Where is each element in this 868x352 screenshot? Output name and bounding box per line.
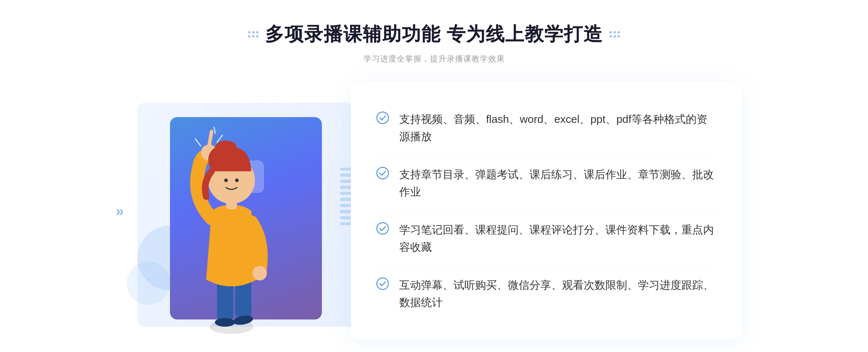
svg-line-14 xyxy=(195,139,201,146)
figure-illustration xyxy=(156,124,307,334)
check-icon-3 xyxy=(376,222,389,235)
svg-point-9 xyxy=(224,179,228,182)
svg-point-17 xyxy=(377,167,388,179)
svg-rect-11 xyxy=(226,200,237,209)
feature-text-3: 学习笔记回看、课程提问、课程评论打分、课件资料下载，重点内容收藏 xyxy=(399,221,716,256)
svg-point-8 xyxy=(215,141,237,155)
dot-grid-left xyxy=(248,31,259,38)
illustration-wrapper: » xyxy=(127,88,373,334)
chevron-left-icon: » xyxy=(116,203,124,219)
feature-text-2: 支持章节目录、弹题考试、课后练习、课后作业、章节测验、批改作业 xyxy=(399,166,716,201)
svg-point-16 xyxy=(377,112,388,124)
title-decoration-left xyxy=(248,31,259,38)
page-title: 多项录播课辅助功能 专为线上教学打造 xyxy=(265,22,603,47)
page-subtitle: 学习进度全掌握，提升录播课教学效果 xyxy=(363,53,505,64)
features-card: 支持视频、音频、flash、word、excel、ppt、pdf等各种格式的资源… xyxy=(351,82,741,339)
feature-item-4: 互动弹幕、试听购买、微信分享、观看次数限制、学习进度跟踪、数据统计 xyxy=(376,266,716,321)
header-area: 多项录播课辅助功能 专为线上教学打造 xyxy=(248,22,620,47)
feature-text-1: 支持视频、音频、flash、word、excel、ppt、pdf等各种格式的资源… xyxy=(399,111,716,145)
svg-point-10 xyxy=(235,179,239,182)
svg-point-19 xyxy=(377,278,388,289)
feature-item-2: 支持章节目录、弹题考试、课后练习、课后作业、章节测验、批改作业 xyxy=(376,156,716,211)
check-icon-2 xyxy=(376,167,389,180)
feature-item-1: 支持视频、音频、flash、word、excel、ppt、pdf等各种格式的资源… xyxy=(376,100,716,156)
content-area: » xyxy=(127,82,741,339)
dot-grid-right xyxy=(609,31,620,38)
feature-text-4: 互动弹幕、试听购买、微信分享、观看次数限制、学习进度跟踪、数据统计 xyxy=(399,276,716,311)
check-icon-1 xyxy=(376,111,389,124)
svg-point-18 xyxy=(377,223,388,234)
page-wrapper: 多项录播课辅助功能 专为线上教学打造 学习进度全掌握，提升录播课教学效果 xyxy=(0,0,868,352)
svg-point-3 xyxy=(215,318,235,327)
svg-point-6 xyxy=(252,266,267,280)
svg-line-12 xyxy=(209,132,212,146)
check-icon-4 xyxy=(376,277,389,290)
title-decoration-right xyxy=(609,31,620,38)
svg-line-15 xyxy=(214,127,215,133)
feature-item-3: 学习笔记回看、课程提问、课程评论打分、课件资料下载，重点内容收藏 xyxy=(376,211,716,266)
